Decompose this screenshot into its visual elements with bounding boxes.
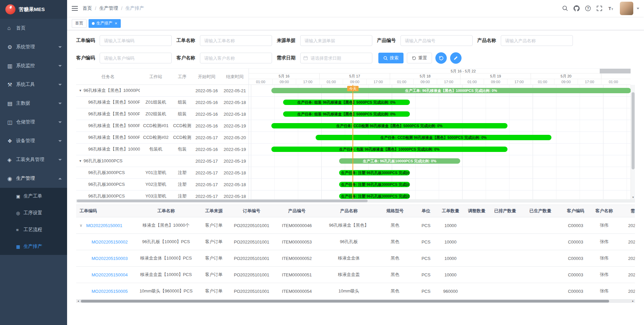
sidebar-item-process-settings[interactable]: ◎工序设置 xyxy=(0,205,67,221)
breadcrumb-separator: / xyxy=(121,6,122,11)
sidebar-subitem-label: 工艺流程 xyxy=(23,227,67,233)
gantt-task-row[interactable]: 96孔孔板3000PCSY03注塑机注塑2022-05-172022-05-18 xyxy=(76,191,249,199)
product-name-input[interactable] xyxy=(501,35,573,46)
hour-label: 01:00 xyxy=(460,79,484,85)
gantt-task-row[interactable]: ▼96孔孔板10000PCS2022-05-172022-05-19 xyxy=(76,155,249,167)
table-row[interactable]: ∨MO202205150003移液盒盒体【10000】PCS客户订单PO2022… xyxy=(76,250,635,267)
gantt-task-row[interactable]: 96孔移液盒【黑色】5000PCSZ01组装机组装2022-05-162022-… xyxy=(76,97,249,108)
help-icon[interactable]: ? xyxy=(583,3,593,14)
task-name: ▼96孔孔板10000PCS xyxy=(76,158,140,164)
column-header: 需求日期 xyxy=(616,208,635,214)
hamburger-menu-icon[interactable] xyxy=(67,6,83,11)
sidebar-item-production-scheduling[interactable]: ▦生产排产 xyxy=(0,238,67,255)
gantt-bar[interactable]: 生产工单: 96孔孔板10000PCS 完成比例: 0% xyxy=(339,158,460,164)
user-avatar[interactable] xyxy=(620,2,633,15)
scroll-right-arrow-icon[interactable]: ▸ xyxy=(631,300,635,303)
sidebar-item-master-data[interactable]: ▤主数据 xyxy=(0,94,67,113)
chevron-down-icon[interactable] xyxy=(637,8,639,9)
edit-button[interactable] xyxy=(450,52,462,64)
scrollbar-thumb[interactable] xyxy=(81,300,609,303)
sidebar-item-fixture-mgmt[interactable]: ◈工装夹具管理 xyxy=(0,150,67,169)
gantt-horizontal-scrollbar[interactable] xyxy=(76,199,635,203)
gantt-bar[interactable]: 生产工单: 96孔移液盒【黑色】10000PCS 完成比例: 0% xyxy=(271,88,631,93)
breadcrumb-item[interactable]: 生产管理 xyxy=(99,5,118,11)
sidebar-item-system-monitor[interactable]: ▥系统监控 xyxy=(0,56,67,75)
sidebar-item-production-mgmt[interactable]: ◉生产管理 xyxy=(0,169,67,188)
topbar: 首页/生产管理/生产排产 ? TT xyxy=(67,0,644,17)
order-code-link[interactable]: MO202205150005 xyxy=(92,289,128,294)
gantt-vertical-scrollbar[interactable]: ▼ xyxy=(631,85,635,199)
gantt-bar[interactable]: 生产任务: CCD检测 96孔移液盒【黑色】5000PCS 完成比例: 0% xyxy=(271,123,507,128)
table-cell: PO202205101001 xyxy=(233,239,270,245)
breadcrumb-item: 生产排产 xyxy=(125,5,144,11)
workorder-name-input[interactable] xyxy=(200,35,272,46)
order-code-link[interactable]: MO202205150003 xyxy=(92,256,128,261)
monitor-icon: ▥ xyxy=(7,63,16,69)
scroll-left-arrow-icon[interactable]: ◂ xyxy=(76,300,80,303)
breadcrumb-item[interactable]: 首页 xyxy=(83,5,92,11)
reset-button[interactable]: 重置 xyxy=(407,53,432,63)
font-size-icon[interactable]: TT xyxy=(606,3,616,14)
table-row[interactable]: ∨MO202205150001移液盒【黑色】10000个客户订单PO202205… xyxy=(76,217,635,234)
task-start-date: 2022-05-17 xyxy=(193,170,221,175)
sidebar-item-home[interactable]: ⌂首页 xyxy=(0,19,67,38)
tab-production-scheduling[interactable]: 生产排产× xyxy=(89,19,121,28)
sidebar-item-production-workorder[interactable]: ▣生产工单 xyxy=(0,188,67,205)
scrollbar-thumb[interactable] xyxy=(77,200,368,202)
gantt-bar[interactable]: 生产任务: 注塑 96孔孔板3000PCS 完成比例: 0% xyxy=(339,194,410,199)
sidebar-item-warehouse-mgmt[interactable]: ◫仓储管理 xyxy=(0,113,67,131)
table-cell: 96孔孔板 xyxy=(324,239,374,245)
gantt-task-row[interactable]: 96孔移液盒【黑色】5000PCSZ02组装机组装2022-05-162022-… xyxy=(76,108,249,120)
sidebar: 苦糖果MES ⌂首页⚙系统管理▥系统监控⚒系统工具▤主数据◫仓储管理❖设备管理◈… xyxy=(0,0,67,325)
task-end-date: 2022-05-18 xyxy=(221,112,249,117)
order-code-link[interactable]: MO202205150002 xyxy=(92,239,128,245)
table-cell: PCS xyxy=(416,289,436,294)
collapse-icon[interactable]: ▼ xyxy=(79,89,82,92)
column-header: 工单名称 xyxy=(138,208,195,214)
gantt-bar[interactable]: 生产任务: 包装 96孔移液盒【黑色】10000PCS 完成比例: 0% xyxy=(271,147,507,152)
collapse-icon[interactable]: ▼ xyxy=(79,159,82,163)
tab-home[interactable]: 首页 xyxy=(72,19,87,28)
github-icon[interactable] xyxy=(572,3,582,14)
gantt-task-row[interactable]: 96孔孔板3000PCSY02注塑机注塑2022-05-172022-05-18 xyxy=(76,179,249,191)
gantt-bar[interactable]: 生产任务: 注塑 96孔孔板3000PCS 完成比例: 0% xyxy=(339,170,410,175)
refresh-gantt-button[interactable] xyxy=(435,52,447,64)
form-field-workorder-name: 工单名称 xyxy=(176,35,272,46)
gantt-task-row[interactable]: 96孔孔板3000PCSY01注塑机注塑2022-05-172022-05-18 xyxy=(76,167,249,179)
close-icon[interactable]: × xyxy=(115,21,117,25)
sidebar-item-system-mgmt[interactable]: ⚙系统管理 xyxy=(0,38,67,56)
gantt-task-row[interactable]: 96孔移液盒【黑色】5000PCSCCD检测#01CCD检测2022-05-16… xyxy=(76,120,249,132)
app-logo[interactable]: 苦糖果MES xyxy=(0,0,67,19)
search-icon[interactable] xyxy=(560,3,570,14)
gantt-bar[interactable]: 生产任务: 组装 96孔移液盒【黑色】5000PCS 完成比例: 0% xyxy=(283,100,410,105)
search-button-label: 搜索 xyxy=(390,55,398,61)
gantt-bar[interactable]: 生产任务: CCD检测 96孔移液盒【黑色】5000PCS 完成比例: 0% xyxy=(316,135,551,140)
table-row[interactable]: ∨MO20220515000296孔孔板【10000】PCS客户订单PO2022… xyxy=(76,234,635,250)
sidebar-item-process-flow[interactable]: ≡工艺流程 xyxy=(0,221,67,238)
orders-horizontal-scrollbar[interactable]: ◂ ▸ xyxy=(76,300,635,303)
gantt-task-row[interactable]: ▼96孔移液盒【黑色】10000PCS2022-05-162022-05-21 xyxy=(76,85,249,97)
search-button[interactable]: 搜索 xyxy=(378,53,404,63)
gantt-bar[interactable]: 生产任务: 组装 96孔移液盒【黑色】5000PCS 完成比例: 0% xyxy=(283,111,410,117)
gantt-task-row[interactable]: 96孔移液盒【黑色】10000PCS包装机包装2022-05-162022-05… xyxy=(76,144,249,155)
app-root: 苦糖果MES ⌂首页⚙系统管理▥系统监控⚒系统工具▤主数据◫仓储管理❖设备管理◈… xyxy=(0,0,644,325)
workorder-code-input[interactable] xyxy=(100,35,172,46)
demand-date-input[interactable] xyxy=(300,53,372,63)
source-doc-input[interactable] xyxy=(300,35,372,46)
customer-code-input[interactable] xyxy=(100,53,172,63)
gantt-task-row[interactable]: 96孔移液盒【黑色】5000PCSCCD检测#02CCD检测2022-05-17… xyxy=(76,132,249,144)
product-code-input[interactable] xyxy=(400,35,473,46)
table-row[interactable]: ∨MO20220515000510mm吸头【960000】PCS客户订单PO20… xyxy=(76,283,635,300)
expand-icon[interactable]: ∨ xyxy=(79,223,84,228)
scroll-down-arrow-icon[interactable]: ▼ xyxy=(631,196,635,199)
order-code-link[interactable]: MO202205150001 xyxy=(86,223,122,228)
fullscreen-icon[interactable] xyxy=(594,3,604,14)
gantt-column-header: 开始时间 xyxy=(193,74,221,80)
order-code-link[interactable]: MO202205150004 xyxy=(92,272,128,277)
sidebar-item-equipment-mgmt[interactable]: ❖设备管理 xyxy=(0,131,67,150)
sidebar-item-system-tools[interactable]: ⚒系统工具 xyxy=(0,75,67,94)
scrollbar-thumb[interactable] xyxy=(632,92,635,169)
gantt-bar[interactable]: 生产任务: 注塑 96孔孔板3000PCS 完成比例: 0% xyxy=(339,182,410,187)
table-row[interactable]: ∨MO202205150004移液盒盒盖【10000】PCS客户订单PO2022… xyxy=(76,267,635,283)
customer-name-input[interactable] xyxy=(200,53,272,63)
